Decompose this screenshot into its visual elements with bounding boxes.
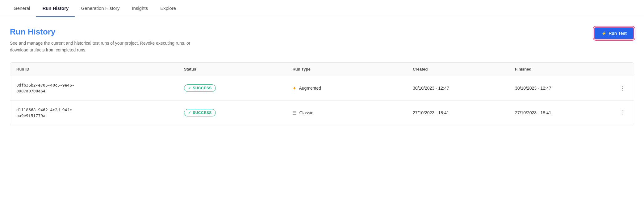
runs-table: Run ID Status Run Type Created Finished … [10,63,634,125]
finished-cell: 30/10/2023 - 12:47 [509,76,611,100]
col-header-run-type: Run Type [286,63,407,76]
created-cell: 30/10/2023 - 12:47 [407,76,509,100]
check-icon: ✓ [188,111,191,115]
run-type-cell: ✦ Augmented [286,76,407,100]
runs-table-container: Run ID Status Run Type Created Finished … [10,62,634,125]
run-type-icon: ✦ [292,85,296,91]
run-test-label: Run Test [608,31,627,36]
col-header-finished: Finished [509,63,611,76]
status-badge: ✓ SUCCESS [184,84,216,92]
status-label: SUCCESS [193,86,212,90]
more-menu-button[interactable]: ⋮ [617,83,628,93]
run-type-container: ☰ Classic [292,110,400,116]
run-id-cell: 0dfb36b2-e705-40c5-9e46-0987a0708e64 [10,76,178,100]
col-header-created: Created [407,63,509,76]
run-id-cell: d1118668-9462-4c2d-94fc-ba9e9f5f779a [10,100,178,125]
page-header: Run History See and manage the current a… [0,17,644,60]
tab-explore[interactable]: Explore [154,0,182,17]
status-cell: ✓ SUCCESS [178,76,286,100]
col-header-status: Status [178,63,286,76]
run-type-cell: ☰ Classic [286,100,407,125]
actions-cell[interactable]: ⋮ [611,76,634,100]
tab-general[interactable]: General [7,0,36,17]
created-value: 27/10/2023 - 18:41 [413,110,449,115]
run-test-button[interactable]: ⚡ Run Test [594,27,634,39]
run-type-label: Classic [299,110,313,115]
table-header: Run ID Status Run Type Created Finished [10,63,634,76]
bolt-icon: ⚡ [601,31,606,36]
run-id-text: 0dfb36b2-e705-40c5-9e46-0987a0708e64 [16,82,172,94]
tab-run-history[interactable]: Run History [36,0,75,17]
page-header-left: Run History See and manage the current a… [10,27,207,54]
status-cell: ✓ SUCCESS [178,100,286,125]
finished-value: 27/10/2023 - 18:41 [515,110,551,115]
finished-value: 30/10/2023 - 12:47 [515,86,551,91]
created-value: 30/10/2023 - 12:47 [413,86,449,91]
tab-insights[interactable]: Insights [126,0,154,17]
status-badge: ✓ SUCCESS [184,109,216,116]
status-label: SUCCESS [193,111,212,115]
tab-generation-history[interactable]: Generation History [75,0,126,17]
check-icon: ✓ [188,86,191,90]
nav-tabs: General Run History Generation History I… [0,0,644,17]
created-cell: 27/10/2023 - 18:41 [407,100,509,125]
run-id-text: d1118668-9462-4c2d-94fc-ba9e9f5f779a [16,107,172,119]
actions-cell[interactable]: ⋮ [611,100,634,125]
page-title: Run History [10,27,207,37]
table-body: 0dfb36b2-e705-40c5-9e46-0987a0708e64 ✓ S… [10,76,634,125]
run-type-container: ✦ Augmented [292,85,400,91]
table-row[interactable]: 0dfb36b2-e705-40c5-9e46-0987a0708e64 ✓ S… [10,76,634,100]
more-menu-button[interactable]: ⋮ [617,108,628,117]
finished-cell: 27/10/2023 - 18:41 [509,100,611,125]
table-row[interactable]: d1118668-9462-4c2d-94fc-ba9e9f5f779a ✓ S… [10,100,634,125]
run-type-label: Augmented [299,86,321,91]
run-type-icon: ☰ [292,110,297,116]
col-header-run-id: Run ID [10,63,178,76]
page-description: See and manage the current and historica… [10,40,207,54]
col-header-actions [611,63,634,76]
